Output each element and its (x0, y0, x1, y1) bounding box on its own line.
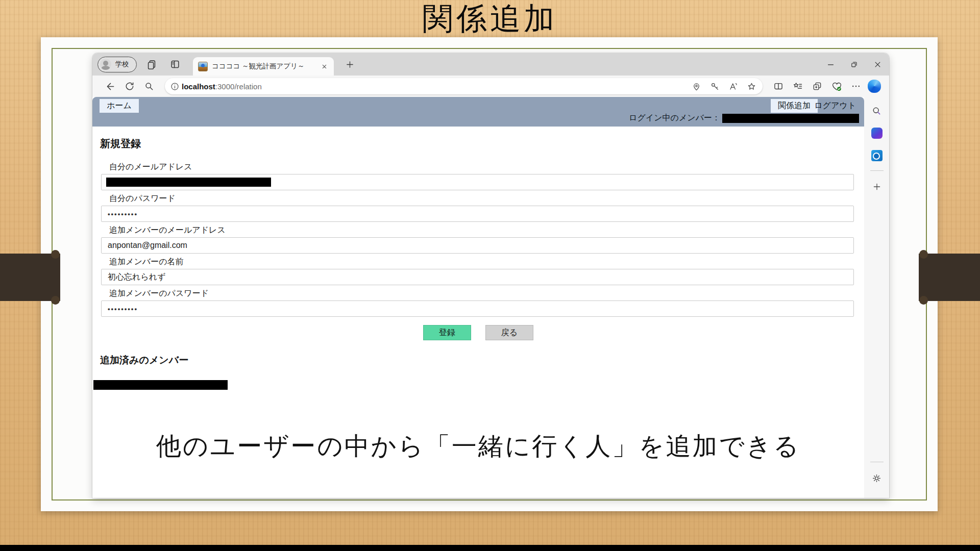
field-label: 追加メンバーのパスワード (109, 288, 854, 299)
sidebar-bottom (868, 461, 886, 492)
bottom-black-bar (0, 545, 980, 551)
search-icon (871, 106, 882, 116)
favorite-button[interactable] (742, 79, 761, 93)
browser-toolbar: localhost:3000/relation (92, 76, 889, 97)
restore-button[interactable] (842, 53, 866, 76)
outlook-icon (871, 150, 883, 161)
favorites-button[interactable] (788, 78, 807, 95)
more-options-button[interactable] (846, 78, 866, 95)
site-info-icon[interactable] (170, 82, 180, 91)
close-window-button[interactable] (866, 53, 889, 76)
url-text: localhost:3000/relation (182, 82, 687, 91)
star-icon (747, 82, 756, 91)
form-buttons: 登録 戻る (92, 325, 864, 340)
left-ribbon (0, 254, 60, 301)
back-button[interactable] (101, 78, 120, 95)
location-pin-icon (692, 82, 701, 91)
copilot-button[interactable] (868, 80, 881, 93)
web-page: ホーム 関係追加 ログアウト ログイン中のメンバー： 新規登録 自分のメールアド… (92, 97, 864, 498)
login-member-label: ログイン中のメンバー： (629, 113, 720, 123)
field-value: anpontan@gmail.com (108, 241, 187, 250)
login-member-row: ログイン中のメンバー： (629, 113, 859, 123)
sidebar-divider (870, 462, 884, 462)
sidebar-settings-button[interactable] (868, 469, 886, 487)
refresh-icon (125, 81, 135, 91)
tab-strip: 学校 ココココ ～観光計画アプリ～ (92, 53, 889, 76)
tab-favicon-icon (198, 62, 208, 71)
refresh-button[interactable] (120, 78, 139, 95)
search-button[interactable] (139, 78, 159, 95)
field-label: 追加メンバーのメールアドレス (109, 225, 854, 236)
split-screen-icon (773, 81, 783, 91)
back-icon (105, 81, 116, 92)
member-name-input[interactable]: 初心忘れられず (101, 269, 854, 285)
member-password-input[interactable]: ••••••••• (101, 300, 854, 317)
app-navbar: ホーム 関係追加 ログアウト ログイン中のメンバー： (92, 97, 864, 127)
own-password-input[interactable]: ••••••••• (101, 206, 854, 222)
browser-essentials-icon (831, 81, 842, 92)
ribbon-pin (919, 296, 928, 305)
sidebar-add-button[interactable] (868, 178, 886, 195)
profile-button[interactable]: 学校 (97, 57, 137, 72)
read-aloud-button[interactable] (724, 79, 742, 93)
collections-button[interactable] (807, 78, 827, 95)
redacted-email-value (106, 178, 271, 187)
field-value: ••••••••• (108, 305, 138, 313)
tab-title: ココココ ～観光計画アプリ～ (212, 62, 314, 71)
url-path: :3000/relation (215, 82, 262, 91)
members-heading: 追加済みのメンバー (100, 354, 864, 367)
field-value: ••••••••• (108, 210, 138, 218)
nav-home-button[interactable]: ホーム (100, 99, 139, 113)
register-button[interactable]: 登録 (423, 325, 471, 340)
workspaces-button[interactable] (143, 56, 160, 73)
read-aloud-icon (728, 82, 738, 91)
edge-sidebar-rail (864, 97, 889, 498)
tab-actions-button[interactable] (166, 56, 184, 73)
browser-tab[interactable]: ココココ ～観光計画アプリ～ (193, 57, 334, 76)
field-value: 初心忘れられず (108, 272, 166, 283)
field-own-password: 自分のパスワード ••••••••• (101, 193, 854, 222)
minimize-button[interactable] (819, 53, 842, 76)
own-email-input[interactable] (101, 174, 854, 190)
search-icon (144, 81, 154, 91)
tab-close-button[interactable] (318, 61, 330, 72)
ribbon-pin (51, 250, 60, 259)
avatar (100, 59, 111, 70)
settings-gear-icon (871, 473, 882, 484)
slide-caption: 他のユーザーの中から「一緒に行く人」を追加できる (92, 430, 864, 463)
profile-label: 学校 (115, 60, 129, 69)
plus-icon (346, 60, 354, 69)
location-button[interactable] (687, 79, 705, 93)
restore-icon (850, 61, 858, 68)
sidebar-search-button[interactable] (868, 102, 886, 119)
minimize-icon (827, 61, 835, 68)
url-host: localhost (182, 82, 215, 91)
field-label: 自分のメールアドレス (109, 162, 854, 172)
plus-icon (872, 182, 881, 191)
browser-window: 学校 ココココ ～観光計画アプリ～ (92, 53, 889, 498)
sidebar-outlook-button[interactable] (868, 147, 886, 164)
password-button[interactable] (705, 79, 724, 93)
page-title: 関係追加 (0, 0, 980, 37)
workspaces-icon (146, 59, 157, 70)
collections-add-icon (812, 81, 822, 91)
new-tab-button[interactable] (341, 56, 358, 73)
nav-logout-button[interactable]: ログアウト (807, 99, 863, 113)
microsoft-365-icon (871, 128, 883, 139)
address-bar[interactable]: localhost:3000/relation (165, 78, 763, 94)
form-heading: 新規登録 (100, 137, 864, 151)
split-screen-button[interactable] (769, 78, 788, 95)
field-label: 自分のパスワード (109, 193, 854, 204)
field-label: 追加メンバーの名前 (109, 257, 854, 267)
right-ribbon (919, 254, 980, 301)
back-page-button[interactable]: 戻る (485, 325, 533, 340)
close-icon (874, 61, 881, 68)
browser-essentials-button[interactable] (827, 78, 846, 95)
field-member-name: 追加メンバーの名前 初心忘れられず (101, 257, 854, 285)
sidebar-m365-button[interactable] (868, 124, 886, 142)
member-email-input[interactable]: anpontan@gmail.com (101, 237, 854, 254)
ribbon-pin (919, 250, 928, 259)
ribbon-pin (51, 296, 60, 305)
field-member-password: 追加メンバーのパスワード ••••••••• (101, 288, 854, 317)
redacted-member-entry (93, 380, 228, 390)
